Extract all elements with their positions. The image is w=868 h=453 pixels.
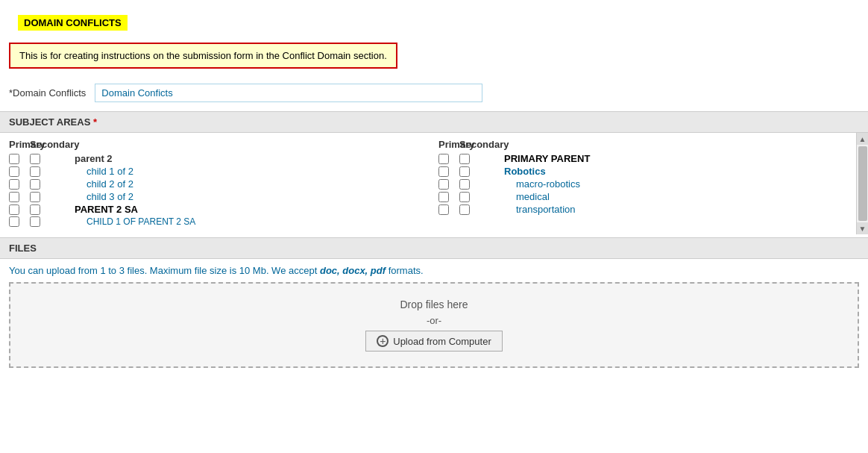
- right-secondary-checkbox-2[interactable]: [459, 179, 470, 190]
- left-primary-checkbox-2[interactable]: [9, 179, 19, 190]
- list-item: PRIMARY PARENT: [438, 153, 853, 164]
- left-secondary-checkbox-1[interactable]: [30, 166, 40, 177]
- right-secondary-checkbox-3[interactable]: [459, 192, 470, 202]
- right-secondary-header: Secondary: [459, 139, 504, 150]
- right-primary-checkbox-2[interactable]: [438, 179, 449, 190]
- scroll-up-arrow[interactable]: ▲: [857, 133, 868, 145]
- right-col-headers: Primary Secondary: [438, 139, 853, 150]
- list-item: child 1 of 2: [9, 166, 424, 177]
- scroll-thumb[interactable]: [858, 146, 867, 221]
- drop-zone[interactable]: Drop files here -or- + Upload from Compu…: [9, 282, 859, 368]
- left-primary-checkbox-0[interactable]: [9, 154, 19, 164]
- list-item: Robotics: [438, 166, 853, 177]
- left-secondary-checkbox-0[interactable]: [30, 154, 40, 164]
- left-col-headers: Primary Secondary: [9, 139, 424, 150]
- right-secondary-checkbox-4[interactable]: [459, 204, 470, 215]
- or-text: -or-: [427, 315, 441, 326]
- right-primary-checkbox-0[interactable]: [438, 154, 449, 164]
- info-box: This is for creating instructions on the…: [9, 43, 397, 69]
- left-primary-checkbox-5[interactable]: [9, 216, 19, 227]
- upload-from-computer-button[interactable]: + Upload from Computer: [365, 331, 503, 352]
- upload-info: You can upload from 1 to 3 files. Maximu…: [0, 259, 868, 279]
- left-secondary-checkbox-5[interactable]: [30, 216, 40, 227]
- right-secondary-checkbox-1[interactable]: [459, 166, 470, 177]
- scrollbar[interactable]: ▲ ▼: [856, 133, 868, 234]
- left-secondary-checkbox-3[interactable]: [30, 192, 40, 202]
- list-item: transportation: [438, 204, 853, 215]
- files-section: FILES You can upload from 1 to 3 files. …: [0, 237, 868, 368]
- left-primary-header: Primary: [9, 139, 30, 150]
- subject-areas-left-col: Primary Secondary parent 2 child 1 of 2 …: [9, 139, 438, 228]
- list-item: CHILD 1 OF PARENT 2 SA: [9, 216, 424, 227]
- left-primary-checkbox-3[interactable]: [9, 192, 19, 202]
- list-item: macro-robotics: [438, 178, 853, 190]
- right-primary-header: Primary: [438, 139, 459, 150]
- domain-conflicts-header: DOMAIN CONFLICTS: [18, 15, 128, 31]
- drop-text: Drop files here: [400, 299, 468, 310]
- left-secondary-checkbox-2[interactable]: [30, 179, 40, 190]
- list-item: child 3 of 2: [9, 191, 424, 202]
- subject-areas-right-col: Primary Secondary PRIMARY PARENT Robotic…: [438, 139, 859, 228]
- files-section-bar: FILES: [0, 237, 868, 259]
- left-secondary-checkbox-4[interactable]: [30, 204, 40, 215]
- left-primary-checkbox-4[interactable]: [9, 204, 19, 215]
- page-wrapper: DOMAIN CONFLICTS This is for creating in…: [0, 0, 868, 453]
- list-item: medical: [438, 191, 853, 202]
- domain-conflicts-form: *Domain Conflicts: [0, 78, 868, 111]
- plus-circle-icon: +: [377, 335, 389, 347]
- domain-conflicts-row: This is for creating instructions on the…: [0, 38, 868, 78]
- right-secondary-checkbox-0[interactable]: [459, 154, 470, 164]
- left-secondary-header: Secondary: [30, 139, 75, 150]
- right-primary-checkbox-3[interactable]: [438, 192, 449, 202]
- subject-areas-section-bar: SUBJECT AREAS *: [0, 111, 868, 133]
- scroll-down-arrow[interactable]: ▼: [857, 222, 868, 234]
- domain-conflicts-label: *Domain Conflicts: [9, 87, 86, 99]
- list-item: parent 2: [9, 153, 424, 164]
- subject-areas-container: Primary Secondary parent 2 child 1 of 2 …: [0, 133, 868, 234]
- domain-conflicts-input[interactable]: [95, 84, 482, 102]
- right-primary-checkbox-1[interactable]: [438, 166, 449, 177]
- list-item: PARENT 2 SA: [9, 204, 424, 215]
- left-primary-checkbox-1[interactable]: [9, 166, 19, 177]
- list-item: child 2 of 2: [9, 178, 424, 190]
- right-primary-checkbox-4[interactable]: [438, 204, 449, 215]
